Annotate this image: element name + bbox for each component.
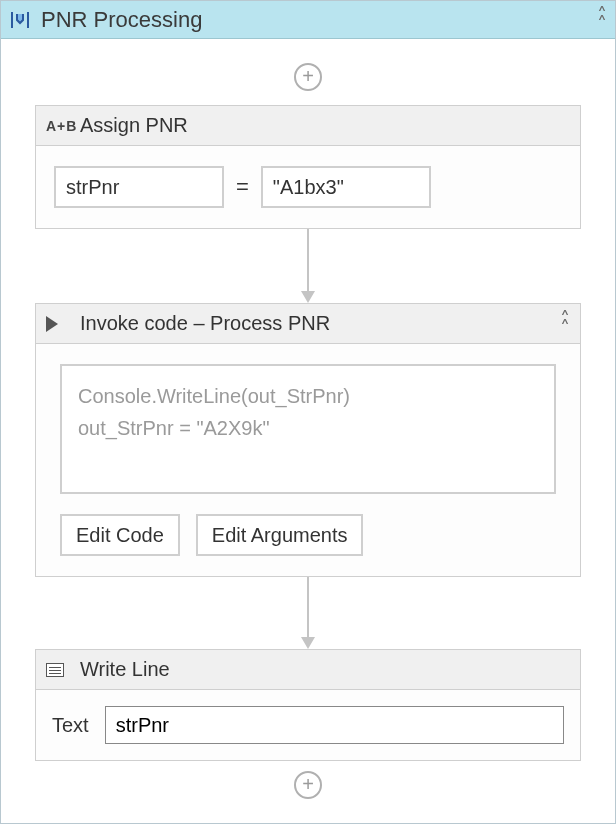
sequence-container: PNR Processing ˄˄ + A+B Assign PNR =: [0, 0, 616, 824]
sequence-icon: [9, 9, 31, 31]
write-line-text-input[interactable]: [105, 706, 564, 744]
sequence-title: PNR Processing: [41, 7, 597, 33]
assign-body: =: [36, 146, 580, 228]
sequence-body: + A+B Assign PNR = Invoke code – Process…: [1, 39, 615, 823]
write-line-text-label: Text: [52, 714, 89, 737]
write-line-header[interactable]: Write Line: [36, 650, 580, 690]
add-activity-bottom-button[interactable]: +: [294, 771, 322, 799]
edit-code-button[interactable]: Edit Code: [60, 514, 180, 556]
assign-activity[interactable]: A+B Assign PNR =: [35, 105, 581, 229]
invoke-code-activity[interactable]: Invoke code – Process PNR ˄˄ Console.Wri…: [35, 303, 581, 577]
flow-arrow: [301, 229, 315, 303]
invoke-code-title: Invoke code – Process PNR: [80, 312, 560, 335]
edit-arguments-button[interactable]: Edit Arguments: [196, 514, 364, 556]
write-line-title: Write Line: [80, 658, 570, 681]
assign-variable-input[interactable]: [54, 166, 224, 208]
add-activity-top-button[interactable]: +: [294, 63, 322, 91]
invoke-buttons-row: Edit Code Edit Arguments: [60, 514, 556, 556]
sequence-header[interactable]: PNR Processing ˄˄: [1, 1, 615, 39]
collapse-header-icon[interactable]: ˄˄: [597, 11, 607, 29]
assign-icon: A+B: [46, 118, 74, 134]
equals-sign: =: [234, 174, 251, 200]
write-line-body: Text: [36, 690, 580, 760]
assign-value-input[interactable]: [261, 166, 431, 208]
assign-activity-title: Assign PNR: [80, 114, 570, 137]
play-icon: [46, 316, 74, 332]
writeline-icon: [46, 663, 74, 677]
flow-arrow: [301, 577, 315, 649]
code-preview[interactable]: Console.WriteLine(out_StrPnr) out_StrPnr…: [60, 364, 556, 494]
invoke-code-body: Console.WriteLine(out_StrPnr) out_StrPnr…: [36, 344, 580, 576]
collapse-invoke-icon[interactable]: ˄˄: [560, 315, 570, 333]
invoke-code-header[interactable]: Invoke code – Process PNR ˄˄: [36, 304, 580, 344]
write-line-activity[interactable]: Write Line Text: [35, 649, 581, 761]
assign-activity-header[interactable]: A+B Assign PNR: [36, 106, 580, 146]
